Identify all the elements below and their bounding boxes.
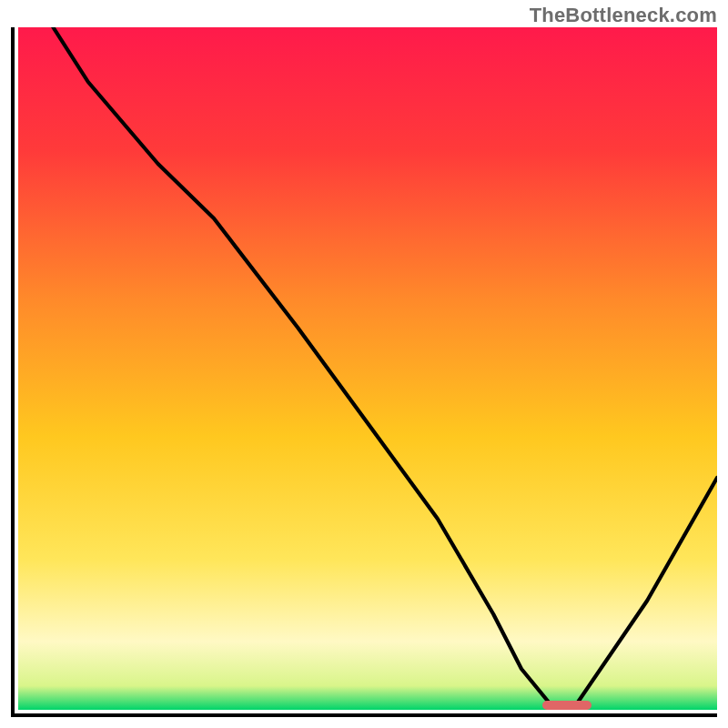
optimal-marker [542, 701, 592, 711]
chart-frame [11, 27, 717, 717]
watermark-text: TheBottleneck.com [530, 4, 717, 27]
bottleneck-curve [18, 27, 717, 710]
plot-area [18, 27, 717, 710]
